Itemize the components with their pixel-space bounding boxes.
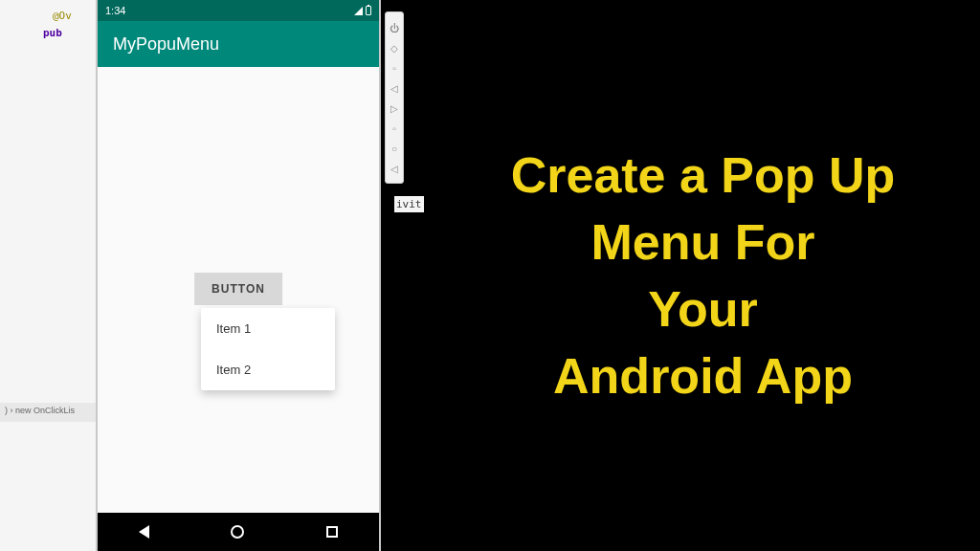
- slide-line-4: Android App: [511, 342, 896, 409]
- status-bar: 1:34: [98, 0, 379, 21]
- nav-home-icon[interactable]: [231, 525, 244, 539]
- popup-item-2[interactable]: Item 2: [201, 349, 335, 390]
- code-modifier: pub: [43, 27, 62, 39]
- slide-line-3: Your: [511, 276, 896, 342]
- phone-screen: 1:34 MyPopuMenu BUTTON Item 1 Item 2: [98, 0, 379, 551]
- zoom-icon[interactable]: ○: [390, 143, 399, 153]
- volume-up-icon[interactable]: ◇: [390, 43, 399, 53]
- slide-title-panel: Create a Pop Up Menu For Your Android Ap…: [426, 0, 980, 551]
- status-time: 1:34: [105, 5, 125, 16]
- nav-bar: [98, 513, 379, 551]
- power-icon[interactable]: ⏻: [390, 23, 399, 33]
- volume-down-icon[interactable]: ▫: [390, 63, 399, 73]
- rotate-right-icon[interactable]: ▷: [390, 103, 399, 113]
- nav-recent-icon[interactable]: [326, 526, 338, 538]
- breadcrumb: ) › new OnClickLis: [0, 403, 96, 422]
- code-annotation: @Ov: [53, 10, 72, 22]
- trigger-button[interactable]: BUTTON: [194, 273, 282, 305]
- app-content: BUTTON Item 1 Item 2: [98, 67, 379, 513]
- code-fragment: ivit: [394, 196, 424, 212]
- rotate-left-icon[interactable]: ◁: [390, 83, 399, 93]
- nav-back-icon[interactable]: [139, 525, 149, 539]
- back-icon[interactable]: ◁: [390, 164, 399, 173]
- battery-icon: [366, 6, 371, 15]
- app-title: MyPopuMenu: [113, 34, 219, 55]
- emulator-toolbar: ⏻ ◇ ▫ ◁ ▷ ▫ ○ ◁: [385, 11, 404, 184]
- app-bar: MyPopuMenu: [98, 21, 379, 67]
- android-emulator: 1:34 MyPopuMenu BUTTON Item 1 Item 2: [96, 0, 381, 551]
- slide-title: Create a Pop Up Menu For Your Android Ap…: [511, 142, 896, 410]
- signal-icon: [354, 7, 363, 15]
- popup-menu: Item 1 Item 2: [201, 308, 335, 390]
- left-panel: @Ov pub ) › new OnClickLis ivit 1:34 MyP…: [0, 0, 426, 551]
- ide-background: @Ov pub ) › new OnClickLis: [0, 0, 96, 551]
- slide-line-2: Menu For: [511, 209, 896, 276]
- camera-icon[interactable]: ▫: [390, 123, 399, 133]
- slide-line-1: Create a Pop Up: [511, 142, 896, 209]
- popup-item-1[interactable]: Item 1: [201, 308, 335, 349]
